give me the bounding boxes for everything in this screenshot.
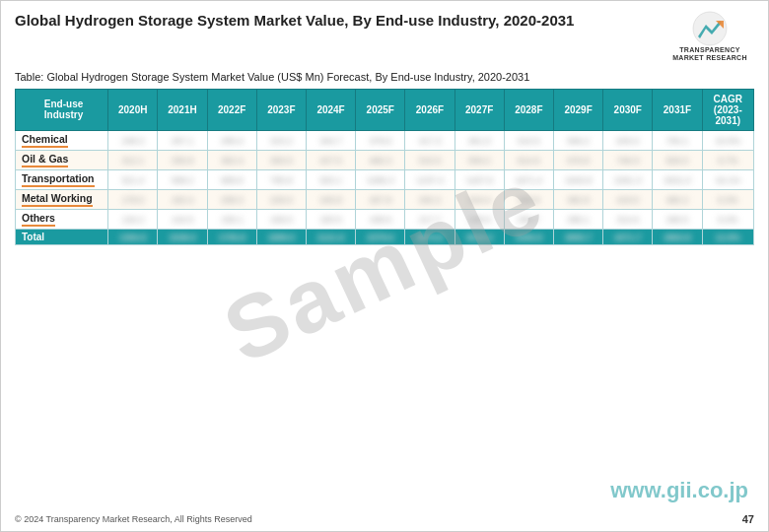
cell: 746.9	[603, 150, 653, 169]
cell: 260.7	[504, 209, 553, 229]
cell: 267.1	[158, 130, 207, 150]
footer-page-number: 47	[742, 513, 754, 525]
table-row-total: Total 1394.5 1538.0 1705.8 1899.0 2121.6…	[16, 229, 754, 244]
cell-total: 12.8%	[702, 229, 753, 244]
cell: 292.2	[405, 189, 454, 209]
cell: 629.4	[603, 130, 653, 150]
industry-name-others: Others	[22, 212, 55, 227]
table-row: Oil & Gas 312.1 335.8 362.4 393.0 427.5 …	[16, 150, 754, 169]
cell: 614.6	[504, 150, 553, 169]
cell-total: 2121.6	[306, 229, 355, 244]
cell: 183.5	[306, 209, 355, 229]
page-wrapper: Global Hydrogen Storage System Market Va…	[0, 0, 769, 532]
industry-name-metal-working: Metal Working	[22, 192, 93, 207]
data-table: End-useIndustry 2020H 2021H 2022F 2023F …	[15, 89, 754, 245]
cell: 427.5	[306, 150, 355, 169]
cell: 238.0	[454, 209, 504, 229]
cell: 245.8	[306, 189, 355, 209]
industry-cell-others: Others	[16, 209, 108, 229]
table-subtitle: Table: Global Hydrogen Storage System Ma…	[15, 71, 754, 83]
cell: 466.3	[356, 150, 405, 169]
cell: 178.5	[108, 189, 158, 209]
cell: 344.7	[306, 130, 355, 150]
cell: 349.6	[504, 189, 553, 209]
cell: 460.2	[653, 189, 702, 209]
cell: 378.6	[356, 130, 405, 150]
footer-copyright: © 2024 Transparency Market Research, All…	[15, 514, 252, 524]
industry-cell-transportation: Transportation	[16, 169, 108, 189]
industry-cell-oil-gas: Oil & Gas	[16, 150, 108, 169]
cell: 9.3%	[702, 189, 753, 209]
col-header-industry: End-useIndustry	[16, 89, 108, 130]
cell: 689.6	[207, 169, 256, 189]
cell: 676.8	[553, 150, 602, 169]
cell: 1437.6	[454, 169, 504, 189]
cell: 10.5%	[702, 130, 753, 150]
cell-total: 1705.8	[207, 229, 256, 244]
header: Global Hydrogen Storage System Market Va…	[15, 11, 754, 63]
page-title: Global Hydrogen Storage System Market Va…	[15, 11, 574, 31]
col-header-2024: 2024F	[306, 89, 355, 130]
col-header-2027: 2027F	[454, 89, 504, 130]
cell-total: 3855.7	[553, 229, 602, 244]
cell: 335.8	[158, 150, 207, 169]
logo-text: TRANSPARENCY MARKET RESEARCH	[672, 46, 747, 63]
cell-total: 1899.0	[256, 229, 306, 244]
col-header-2023: 2023F	[256, 89, 306, 130]
industry-name-total: Total	[22, 232, 44, 242]
cell: 192.4	[158, 189, 207, 209]
cell: 566.2	[553, 130, 602, 150]
cell: 2261.3	[603, 169, 653, 189]
cell-total: 2674.6	[405, 229, 454, 244]
cell: 920.1	[306, 169, 355, 189]
cell: 16.1%	[702, 169, 753, 189]
logo-icon	[688, 11, 732, 46]
col-header-2026: 2026F	[405, 89, 454, 130]
industry-cell-metal-working: Metal Working	[16, 189, 108, 209]
col-header-2020: 2020H	[108, 89, 158, 130]
col-header-2022: 2022F	[207, 89, 256, 130]
cell-total: 3406.8	[504, 229, 553, 244]
cell: 286.1	[553, 209, 602, 229]
logo-area: TRANSPARENCY MARKET RESEARCH	[665, 11, 754, 63]
cell: 510.5	[504, 130, 553, 150]
cell: 315.2	[256, 130, 306, 150]
cell-total: 3015.2	[454, 229, 504, 244]
cell: 208.3	[207, 189, 256, 209]
col-header-2028: 2028F	[504, 89, 553, 130]
cell-total: 4963.8	[653, 229, 702, 244]
cell: 419.5	[603, 189, 653, 209]
cell: 1943.8	[553, 169, 602, 189]
industry-name-transportation: Transportation	[22, 172, 95, 187]
cell: 9.7%	[702, 150, 753, 169]
cell: 226.0	[256, 189, 306, 209]
table-row: Others 134.2 144.5 156.1 169.0 183.5 199…	[16, 209, 754, 229]
cell: 795.8	[256, 169, 306, 189]
cell: 417.3	[405, 130, 454, 150]
cell: 510.0	[405, 150, 454, 169]
cell: 382.8	[553, 189, 602, 209]
table-row: Chemical 248.3 267.1 289.4 315.2 344.7 3…	[16, 130, 754, 150]
cell: 461.0	[454, 130, 504, 150]
col-header-2021: 2021H	[158, 89, 207, 130]
cell-total: 4371.7	[603, 229, 653, 244]
col-header-2030: 2030F	[603, 89, 653, 130]
industry-name-oil-gas: Oil & Gas	[22, 153, 68, 167]
industry-name-chemical: Chemical	[22, 133, 68, 148]
cell: 289.4	[207, 130, 256, 150]
table-row: Transportation 521.4 598.2 689.6 795.8 9…	[16, 169, 754, 189]
cell-total: 1538.0	[158, 229, 207, 244]
col-header-2031: 2031F	[653, 89, 702, 130]
cell-total: 2378.6	[356, 229, 405, 244]
footer: © 2024 Transparency Market Research, All…	[15, 513, 754, 525]
cell: 521.4	[108, 169, 158, 189]
col-header-2029: 2029F	[553, 89, 602, 130]
cell: 134.2	[108, 209, 158, 229]
industry-cell-chemical: Chemical	[16, 130, 108, 150]
cell: 826.0	[653, 150, 702, 169]
cell-total: 1394.5	[108, 229, 158, 244]
table-row: Metal Working 178.5 192.4 208.3 226.0 24…	[16, 189, 754, 209]
cell: 1237.4	[405, 169, 454, 189]
cell: 169.0	[256, 209, 306, 229]
website-watermark: www.gii.co.jp	[610, 478, 748, 503]
